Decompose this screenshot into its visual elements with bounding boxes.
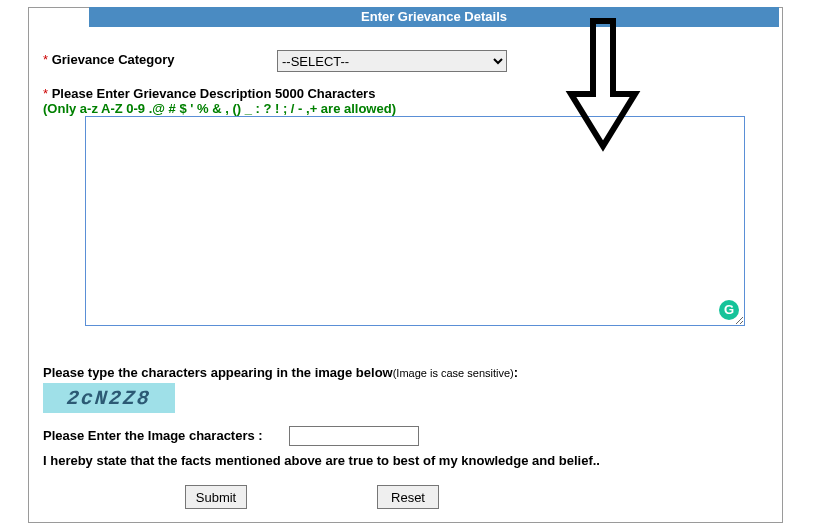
description-hint: (Only a-z A-Z 0-9 .@ # $ ' % & , () _ : …	[43, 101, 396, 116]
required-mark: *	[43, 52, 52, 67]
required-mark: *	[43, 86, 52, 101]
category-select[interactable]: --SELECT--	[277, 50, 507, 72]
captcha-prompt: Please type the characters appearing in …	[43, 365, 518, 380]
captcha-input[interactable]	[289, 426, 419, 446]
grievance-form-container: Enter Grievance Details * Grievance Cate…	[28, 7, 783, 523]
form-header: Enter Grievance Details	[89, 7, 779, 27]
captcha-image-text: 2cN2Z8	[66, 387, 152, 410]
description-label: Please Enter Grievance Description 5000 …	[52, 86, 376, 101]
description-textarea-wrap: G	[85, 116, 745, 326]
category-row: * Grievance Category	[43, 52, 175, 67]
captcha-prompt-note: (Image is case sensitive)	[393, 367, 514, 379]
description-textarea[interactable]	[85, 116, 745, 326]
captcha-input-label: Please Enter the Image characters :	[43, 428, 263, 443]
category-label: Grievance Category	[52, 52, 175, 67]
captcha-colon: :	[514, 365, 518, 380]
submit-button[interactable]: Submit	[185, 485, 247, 509]
reset-button[interactable]: Reset	[377, 485, 439, 509]
declaration-text: I hereby state that the facts mentioned …	[43, 453, 600, 468]
form-header-title: Enter Grievance Details	[361, 9, 507, 24]
captcha-image: 2cN2Z8	[43, 383, 175, 413]
description-label-row: * Please Enter Grievance Description 500…	[43, 86, 375, 101]
grammarly-icon[interactable]: G	[719, 300, 739, 320]
captcha-prompt-main: Please type the characters appearing in …	[43, 365, 393, 380]
